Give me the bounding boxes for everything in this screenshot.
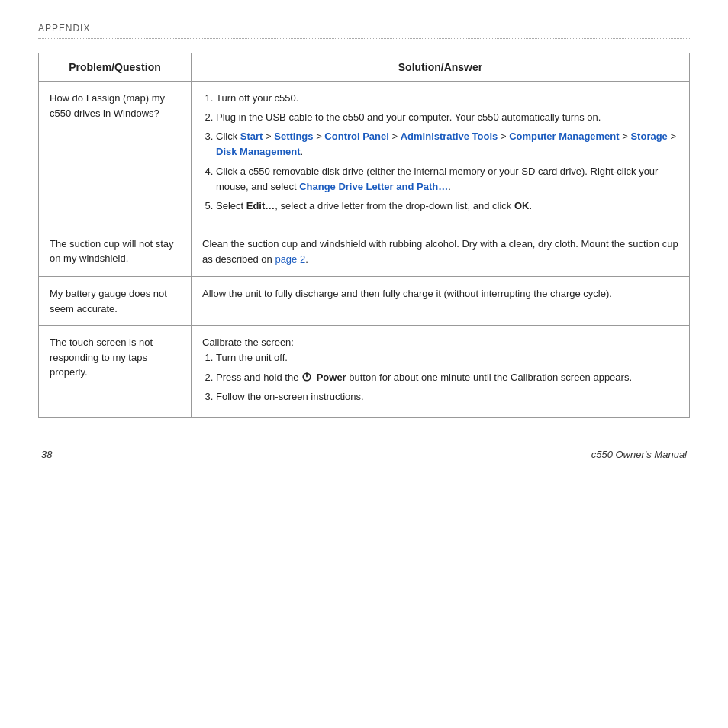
link-computer-management[interactable]: Computer Management xyxy=(509,130,619,142)
manual-title: c550 Owner's Manual xyxy=(591,449,687,460)
link-control-panel[interactable]: Control Panel xyxy=(324,130,389,142)
solution-text-3: Allow the unit to fully discharge and th… xyxy=(202,286,678,301)
ok-label: OK xyxy=(514,200,530,211)
problem-cell-3: My battery gauge does not seem accurate. xyxy=(39,277,192,326)
table-row: My battery gauge does not seem accurate.… xyxy=(39,277,690,326)
solution-cell-3: Allow the unit to fully discharge and th… xyxy=(192,277,690,326)
problem-text-4: The touch screen is not responding to my… xyxy=(50,337,153,378)
col1-header: Problem/Question xyxy=(39,53,192,82)
step-1-2: Plug in the USB cable to the c550 and yo… xyxy=(216,110,678,125)
edit-label: Edit… xyxy=(246,200,275,211)
link-disk-management[interactable]: Disk Management xyxy=(216,146,301,157)
link-page2[interactable]: page 2 xyxy=(275,253,305,265)
step-1-3: Click Start > Settings > Control Panel >… xyxy=(216,129,678,159)
col2-header: Solution/Answer xyxy=(192,53,690,82)
appendix-header: Appendix xyxy=(38,23,690,39)
step-1-5: Select Edit…, select a drive letter from… xyxy=(216,198,678,214)
step-4-3: Follow the on-screen instructions. xyxy=(216,389,678,404)
table-row: The suction cup will not stay on my wind… xyxy=(39,227,690,276)
solution-text-2: Clean the suction cup and windshield wit… xyxy=(202,237,678,267)
problem-cell-4: The touch screen is not responding to my… xyxy=(39,326,192,418)
link-change-drive[interactable]: Change Drive Letter and Path… xyxy=(299,181,448,192)
appendix-table: Problem/Question Solution/Answer How do … xyxy=(38,53,690,418)
link-admin-tools[interactable]: Administrative Tools xyxy=(401,130,498,142)
link-start[interactable]: Start xyxy=(240,130,263,142)
step-1-1: Turn off your c550. xyxy=(216,91,678,106)
table-row: How do I assign (map) my c550 drives in … xyxy=(39,82,690,227)
power-label: Power xyxy=(317,372,346,383)
table-row: The touch screen is not responding to my… xyxy=(39,326,690,418)
problem-text-1: How do I assign (map) my c550 drives in … xyxy=(50,92,165,119)
link-storage[interactable]: Storage xyxy=(630,130,667,142)
step-4-2: Press and hold the Power button for abou… xyxy=(216,370,678,385)
appendix-label: Appendix xyxy=(38,23,90,34)
calibrate-intro: Calibrate the screen: xyxy=(202,335,678,350)
footer: 38 c550 Owner's Manual xyxy=(38,449,690,460)
step-1-4: Click a c550 removable disk drive (eithe… xyxy=(216,164,678,195)
problem-text-2: The suction cup will not stay on my wind… xyxy=(50,238,174,265)
problem-cell-2: The suction cup will not stay on my wind… xyxy=(39,227,192,276)
solution-cell-2: Clean the suction cup and windshield wit… xyxy=(192,227,690,276)
step-4-1: Turn the unit off. xyxy=(216,350,678,366)
solution-cell-4: Calibrate the screen: Turn the unit off.… xyxy=(192,326,690,418)
power-icon xyxy=(301,372,312,382)
problem-cell-1: How do I assign (map) my c550 drives in … xyxy=(39,82,192,227)
problem-text-3: My battery gauge does not seem accurate. xyxy=(50,288,167,314)
page-number: 38 xyxy=(41,449,52,460)
solution-cell-1: Turn off your c550. Plug in the USB cabl… xyxy=(192,82,690,227)
link-settings[interactable]: Settings xyxy=(274,130,313,142)
